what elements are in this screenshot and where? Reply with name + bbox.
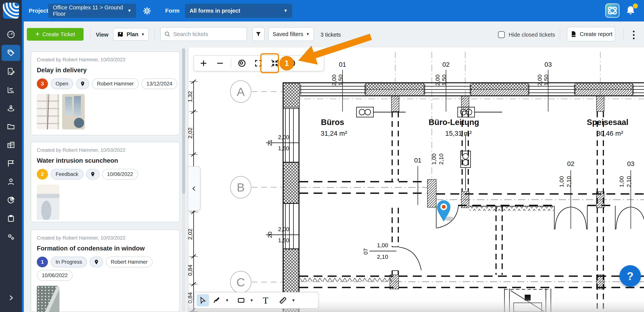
flag-icon [6, 159, 15, 168]
zoom-out-button[interactable] [214, 58, 226, 69]
door-id: 01 [414, 156, 422, 164]
shape-tool-button[interactable] [235, 294, 247, 306]
chevron-left-icon [191, 185, 198, 192]
hide-closed-checkbox[interactable] [498, 31, 505, 38]
toolbar-divider [623, 29, 624, 40]
sidebar-item-flags[interactable] [2, 155, 20, 171]
status-badge: Feedback [50, 169, 84, 180]
help-button[interactable]: ? [620, 265, 641, 287]
sidebar-nav [0, 22, 22, 312]
ticket-meta: Created by Robert Hammer, 10/03/2022 [37, 57, 174, 63]
axis-dim: 1,50 [441, 74, 447, 86]
filter-button[interactable] [252, 27, 264, 41]
location-pill[interactable] [76, 78, 89, 89]
draw-tool-caret[interactable]: ▼ [224, 298, 230, 302]
priority-badge: 3 [37, 78, 48, 89]
sidebar-item-tasks[interactable] [2, 210, 20, 226]
document-pen-icon [6, 67, 15, 76]
toolbar-divider [154, 29, 155, 40]
app-logo-corner [0, 0, 22, 22]
axis-dim: 1,50 [337, 74, 344, 86]
sidebar-item-settings[interactable] [2, 229, 20, 245]
ticket-photo-brick-wall[interactable] [37, 94, 60, 129]
chart-icon [6, 85, 15, 94]
search-tickets-box [160, 27, 247, 41]
sidebar-item-dashboard[interactable] [2, 26, 20, 42]
create-ticket-label: Create Ticket [42, 31, 75, 38]
connect-app-button[interactable] [605, 4, 620, 18]
sidebar-item-reports[interactable] [2, 192, 20, 208]
status-badge: Open [50, 78, 73, 89]
ticket-photo-condensation[interactable] [37, 286, 60, 312]
more-options-button[interactable] [630, 29, 638, 41]
create-report-button[interactable]: PDF Create report [567, 27, 615, 42]
ticket-card[interactable]: Created by Robert Hammer, 10/03/2022 For… [31, 230, 180, 312]
door-dim: 2,10 [377, 254, 388, 260]
priority-badge: 1 [37, 256, 48, 267]
ticket-title: Water intrusion scuncheon [37, 157, 174, 164]
room-area: 30,46 m² [597, 130, 623, 137]
axis-dim: 2,00 [434, 74, 441, 86]
notifications-button[interactable] [624, 4, 637, 18]
logo-swirl-icon [3, 3, 19, 19]
axis-label: 01 [339, 61, 346, 68]
measure-tool-caret[interactable]: ▼ [290, 298, 296, 302]
preview-button[interactable] [236, 58, 248, 69]
project-selector-value: Office Complex 11 > Ground Floor [53, 4, 123, 17]
door-dim: 2,10 [566, 176, 572, 187]
door-id: 02 [567, 160, 574, 167]
ticket-list-scrollbar-thumb[interactable] [182, 48, 185, 194]
door-id: 07 [362, 248, 369, 254]
pie-chart-icon [6, 196, 15, 204]
app-logo[interactable] [3, 3, 19, 19]
grid-row-label: B [237, 181, 244, 194]
sidebar-item-forms[interactable] [2, 63, 20, 79]
location-pill[interactable] [86, 169, 100, 180]
panel-collapse-tab[interactable] [188, 166, 200, 211]
door-dim: 1,00 [431, 154, 437, 164]
zoom-in-button[interactable] [198, 58, 209, 69]
project-selector[interactable]: Office Complex 11 > Ground Floor ▼ [48, 4, 136, 18]
sidebar-item-tickets[interactable] [2, 45, 20, 61]
project-label: Project [29, 0, 48, 22]
top-navbar: Project Office Complex 11 > Ground Floor… [0, 0, 644, 22]
pen-icon [212, 296, 220, 304]
create-report-label: Create report [580, 31, 612, 37]
create-ticket-button[interactable]: + Create Ticket [27, 28, 84, 41]
view-mode-dropdown[interactable]: Plan ▼ [113, 28, 149, 41]
sidebar-item-documents[interactable] [2, 118, 20, 134]
grid-row-label: C [236, 276, 245, 289]
sidebar-item-statistics[interactable] [2, 82, 20, 98]
door-dim: 1,00 [377, 242, 388, 248]
drawing-toolbar: ▼ ▼ T ▼ [194, 292, 318, 308]
ticket-photo-office-window[interactable] [62, 94, 85, 129]
fullscreen-button[interactable] [252, 58, 264, 69]
ruler-icon [279, 296, 287, 304]
fit-view-button[interactable] [269, 58, 280, 69]
ticket-card[interactable]: Created by Robert Hammer, 10/03/2022 Del… [31, 51, 180, 135]
ticket-photo-water-puddle[interactable] [37, 184, 60, 220]
search-input[interactable] [173, 31, 238, 37]
form-selector[interactable]: All forms in project ▼ [185, 4, 292, 18]
sidebar-item-locate[interactable] [2, 100, 20, 116]
sidebar-expand-button[interactable] [2, 290, 20, 306]
sidebar-item-contacts[interactable] [2, 174, 20, 190]
room-name: Speisesaal [587, 118, 628, 127]
ticket-card[interactable]: Created by Robert Hammer, 10/03/2022 Wat… [31, 142, 180, 222]
text-tool-button[interactable]: T [260, 294, 272, 306]
project-settings-button[interactable] [142, 6, 152, 16]
floor-plan[interactable]: 1,32 2,02 4 0,84 2,02 0,84 0,84 A B C 01… [188, 48, 644, 312]
chevron-down-icon: ▼ [279, 8, 288, 13]
saved-filters-dropdown[interactable]: Saved filters ▼ [268, 27, 314, 41]
select-tool-button[interactable] [197, 294, 209, 306]
saved-filters-label: Saved filters [272, 31, 303, 37]
location-pill[interactable] [90, 256, 103, 267]
text-tool-icon: T [263, 295, 268, 306]
shape-tool-caret[interactable]: ▼ [249, 298, 254, 302]
measure-tool-button[interactable] [277, 294, 289, 306]
person-pin-icon [6, 104, 15, 112]
sidebar-item-projects[interactable] [2, 137, 20, 153]
window-dim: 2,00 [278, 134, 289, 140]
window-id: 21 [266, 140, 273, 146]
draw-tool-button[interactable] [210, 294, 223, 306]
